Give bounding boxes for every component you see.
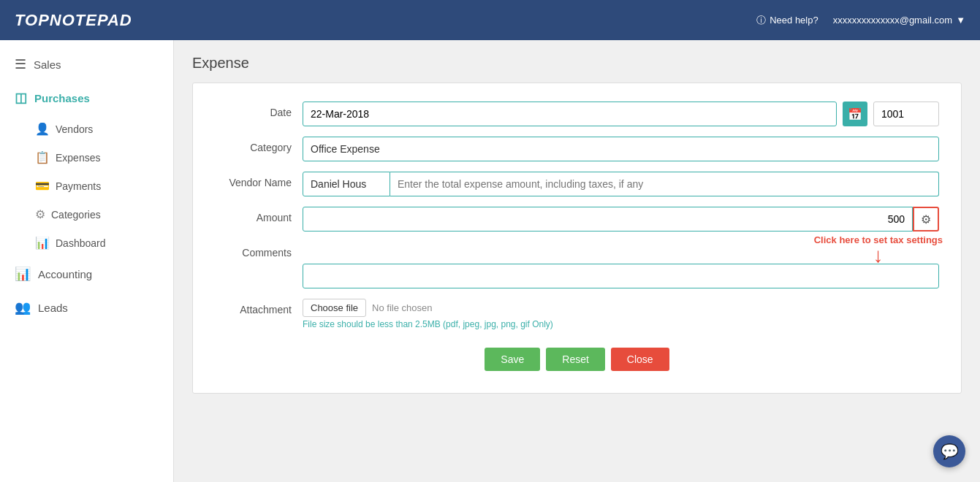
attachment-label: Attachment: [215, 299, 303, 315]
comments-control: [303, 242, 939, 288]
form-buttons: Save Reset Close: [215, 348, 939, 371]
category-control: [303, 137, 939, 161]
leads-icon: 👥: [15, 299, 31, 315]
header-right: ⓘ Need help? xxxxxxxxxxxxxx@gmail.com ▼: [756, 14, 965, 27]
file-size-note: File size should be less than 2.5MB (pdf…: [303, 319, 939, 329]
sidebar-item-dashboard[interactable]: 📊 Dashboard: [0, 229, 173, 257]
amount-input[interactable]: [303, 207, 913, 232]
amount-label: Amount: [215, 207, 303, 223]
expense-form-card: Date 📅 Category Vendor Name: [192, 83, 962, 394]
comments-label: Comments: [215, 242, 303, 259]
sidebar-item-vendors[interactable]: 👤 Vendors: [0, 115, 173, 143]
categories-icon: ⚙: [35, 207, 45, 221]
payments-icon: 💳: [35, 179, 50, 193]
sidebar-item-payments[interactable]: 💳 Payments: [0, 172, 173, 200]
sidebar-item-leads[interactable]: 👥 Leads: [0, 291, 173, 324]
category-row: Category: [215, 137, 939, 161]
date-row: Date 📅: [215, 102, 939, 126]
sidebar: ☰ Sales ◫ Purchases 👤 Vendors 📋 Expenses…: [0, 40, 174, 482]
comments-input[interactable]: [303, 264, 939, 288]
vendors-icon: 👤: [35, 122, 50, 136]
choose-file-button[interactable]: Choose file: [303, 299, 366, 317]
chevron-down-icon: ▼: [956, 15, 965, 26]
vendor-control: [303, 172, 939, 196]
invoice-input[interactable]: [873, 102, 939, 126]
sales-icon: ☰: [15, 56, 26, 72]
attachment-row: Attachment Choose file No file chosen Fi…: [215, 299, 939, 329]
help-link[interactable]: ⓘ Need help?: [756, 14, 818, 27]
header: TopNotepad ⓘ Need help? xxxxxxxxxxxxxx@g…: [0, 0, 980, 40]
help-icon: ⓘ: [756, 14, 766, 27]
close-button[interactable]: Close: [611, 348, 669, 371]
vendor-label: Vendor Name: [215, 172, 303, 188]
layout: ☰ Sales ◫ Purchases 👤 Vendors 📋 Expenses…: [0, 40, 980, 482]
amount-control: ⚙ Click here to set tax settings ↓: [303, 207, 939, 232]
dashboard-icon: 📊: [35, 236, 50, 250]
purchases-icon: ◫: [15, 90, 27, 106]
category-label: Category: [215, 137, 303, 153]
date-control: 📅: [303, 102, 939, 126]
comments-row: Comments: [215, 242, 939, 288]
logo: TopNotepad: [15, 11, 132, 30]
save-button[interactable]: Save: [485, 348, 540, 371]
sidebar-item-accounting[interactable]: 📊 Accounting: [0, 257, 173, 291]
vendor-tooltip-input[interactable]: [390, 172, 939, 196]
calendar-button[interactable]: 📅: [843, 102, 867, 126]
no-file-label: No file chosen: [372, 302, 432, 313]
category-input[interactable]: [303, 137, 939, 161]
amount-row: Amount ⚙ Click here to set tax settings …: [215, 207, 939, 232]
chat-bubble[interactable]: 💬: [933, 435, 965, 467]
tax-settings-button[interactable]: ⚙: [913, 207, 939, 232]
attachment-control: Choose file No file chosen File size sho…: [303, 299, 939, 329]
date-label: Date: [215, 102, 303, 118]
vendor-row: Vendor Name: [215, 172, 939, 196]
expenses-icon: 📋: [35, 150, 50, 164]
purchases-submenu: 👤 Vendors 📋 Expenses 💳 Payments ⚙ Catego…: [0, 115, 173, 257]
sidebar-item-purchases[interactable]: ◫ Purchases: [0, 81, 173, 115]
sidebar-item-categories[interactable]: ⚙ Categories: [0, 200, 173, 229]
date-input[interactable]: [303, 102, 837, 126]
sidebar-item-expenses[interactable]: 📋 Expenses: [0, 143, 173, 172]
user-menu[interactable]: xxxxxxxxxxxxxx@gmail.com ▼: [833, 15, 965, 26]
accounting-icon: 📊: [15, 266, 31, 282]
reset-button[interactable]: Reset: [546, 348, 605, 371]
page-title: Expense: [192, 55, 962, 72]
vendor-input[interactable]: [303, 172, 390, 196]
sidebar-item-sales[interactable]: ☰ Sales: [0, 47, 173, 81]
main-content: Expense Date 📅 Category: [174, 40, 980, 482]
